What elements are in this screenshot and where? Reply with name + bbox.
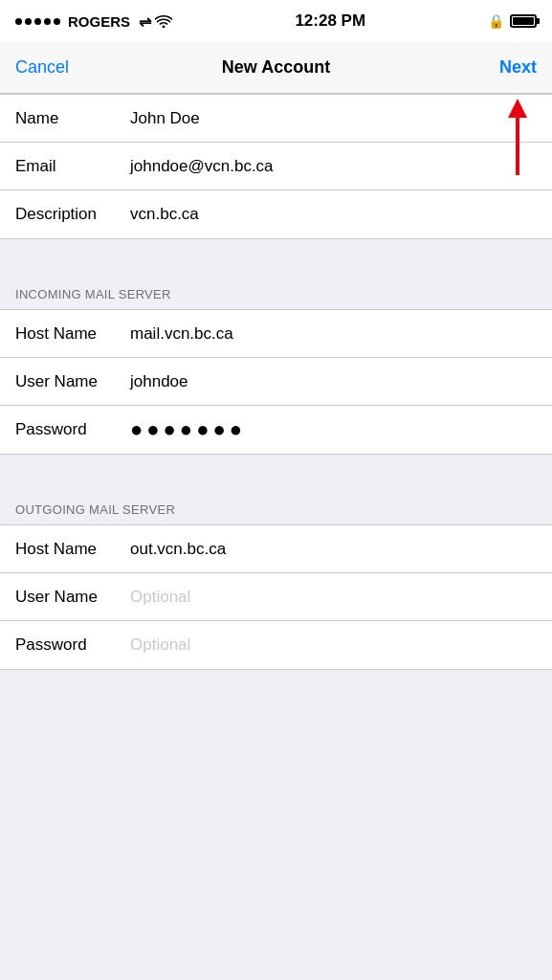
status-bar: ROGERS ⇌ 12:28 PM 🔒 xyxy=(0,0,552,42)
signal-icon xyxy=(15,18,60,25)
spacer-3 xyxy=(0,670,552,704)
spacer-2 xyxy=(0,455,552,489)
lock-icon: 🔒 xyxy=(488,13,504,29)
status-right: 🔒 xyxy=(488,13,537,29)
description-value[interactable]: vcn.bc.ca xyxy=(130,205,537,224)
nav-wrapper: Cancel New Account Next xyxy=(0,42,552,94)
outgoing-hostname-value[interactable]: out.vcn.bc.ca xyxy=(130,540,537,559)
account-fields-section: Name John Doe Email johndoe@vcn.bc.ca De… xyxy=(0,94,552,239)
status-time: 12:28 PM xyxy=(295,11,365,31)
next-button[interactable]: Next xyxy=(499,57,537,78)
description-label: Description xyxy=(15,205,130,224)
incoming-hostname-value[interactable]: mail.vcn.bc.ca xyxy=(130,324,537,344)
navigation-bar: Cancel New Account Next xyxy=(0,42,552,94)
incoming-password-value[interactable]: ●●●●●●● xyxy=(130,417,537,442)
outgoing-hostname-label: Host Name xyxy=(15,540,130,559)
outgoing-section: OUTGOING MAIL SERVER Host Name out.vcn.b… xyxy=(0,489,552,670)
outgoing-password-row: Password Optional xyxy=(0,621,552,669)
incoming-hostname-row: Host Name mail.vcn.bc.ca xyxy=(0,310,552,358)
outgoing-password-label: Password xyxy=(15,635,130,655)
outgoing-section-header: OUTGOING MAIL SERVER xyxy=(0,489,552,524)
email-value[interactable]: johndoe@vcn.bc.ca xyxy=(130,157,537,176)
outgoing-fields: Host Name out.vcn.bc.ca User Name Option… xyxy=(0,524,552,670)
battery-icon xyxy=(510,14,537,28)
email-row: Email johndoe@vcn.bc.ca xyxy=(0,143,552,190)
email-label: Email xyxy=(15,157,130,176)
incoming-username-value[interactable]: johndoe xyxy=(130,372,537,391)
name-value[interactable]: John Doe xyxy=(130,109,537,128)
outgoing-username-row: User Name Optional xyxy=(0,573,552,621)
incoming-section: INCOMING MAIL SERVER Host Name mail.vcn.… xyxy=(0,274,552,455)
status-left: ROGERS ⇌ xyxy=(15,12,172,31)
description-row: Description vcn.bc.ca xyxy=(0,190,552,238)
name-label: Name xyxy=(15,109,130,128)
outgoing-username-value[interactable]: Optional xyxy=(130,588,537,607)
incoming-hostname-label: Host Name xyxy=(15,324,130,344)
incoming-section-header: INCOMING MAIL SERVER xyxy=(0,274,552,309)
incoming-password-row: Password ●●●●●●● xyxy=(0,406,552,454)
outgoing-password-value[interactable]: Optional xyxy=(130,635,537,655)
page-title: New Account xyxy=(222,57,330,78)
carrier-label: ROGERS xyxy=(68,13,130,30)
wifi-icon: ⇌ xyxy=(139,12,172,31)
outgoing-hostname-row: Host Name out.vcn.bc.ca xyxy=(0,525,552,573)
incoming-password-label: Password xyxy=(15,420,130,439)
outgoing-username-label: User Name xyxy=(15,588,130,607)
spacer-1 xyxy=(0,239,552,274)
cancel-button[interactable]: Cancel xyxy=(15,57,69,78)
incoming-username-row: User Name johndoe xyxy=(0,358,552,406)
incoming-fields: Host Name mail.vcn.bc.ca User Name johnd… xyxy=(0,309,552,455)
incoming-username-label: User Name xyxy=(15,372,130,391)
name-row: Name John Doe xyxy=(0,95,552,143)
